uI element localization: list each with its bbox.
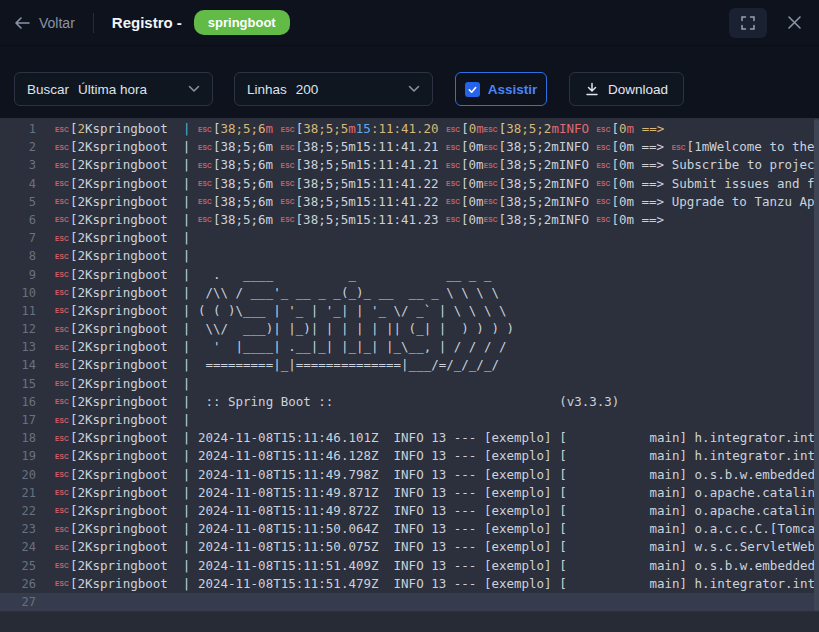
log-line-text: ESC[2Kspringboot | 2024-11-08T15:11:46.1… bbox=[55, 429, 819, 447]
log-line: 19ESC[2Kspringboot | 2024-11-08T15:11:46… bbox=[0, 447, 819, 465]
escape-char-glyph: ESC bbox=[281, 162, 296, 169]
check-icon bbox=[467, 84, 478, 95]
log-line: 16ESC[2Kspringboot | :: Spring Boot :: (… bbox=[0, 393, 819, 411]
escape-char-glyph: ESC bbox=[281, 198, 296, 205]
escape-char-glyph: ESC bbox=[55, 544, 70, 551]
escape-char-glyph: ESC bbox=[198, 162, 213, 169]
log-line-text: ESC[2Kspringboot | bbox=[55, 411, 819, 429]
line-number: 1 bbox=[0, 120, 36, 138]
download-button[interactable]: Download bbox=[569, 72, 684, 106]
log-line: 23ESC[2Kspringboot | 2024-11-08T15:11:50… bbox=[0, 520, 819, 538]
log-line: 20ESC[2Kspringboot | 2024-11-08T15:11:49… bbox=[0, 466, 819, 484]
escape-char-glyph: ESC bbox=[55, 417, 70, 424]
line-number: 3 bbox=[0, 156, 36, 174]
log-line: 26ESC[2Kspringboot | 2024-11-08T15:11:51… bbox=[0, 575, 819, 593]
escape-char-glyph: ESC bbox=[55, 198, 70, 205]
log-line-text: ESC[2Kspringboot | ESC[38;5;6m ESC[38;5;… bbox=[55, 156, 819, 174]
line-number: 7 bbox=[0, 229, 36, 247]
close-icon bbox=[787, 15, 802, 30]
chevron-down-icon bbox=[188, 85, 200, 93]
watch-checkbox[interactable] bbox=[465, 82, 480, 97]
line-number: 20 bbox=[0, 466, 36, 484]
line-number: 16 bbox=[0, 393, 36, 411]
log-line: 11ESC[2Kspringboot | ( ( )\___ | '_ | '_… bbox=[0, 302, 819, 320]
log-line-text: ESC[2Kspringboot | 2024-11-08T15:11:49.7… bbox=[55, 466, 819, 484]
escape-char-glyph: ESC bbox=[672, 144, 687, 151]
fullscreen-button[interactable] bbox=[729, 8, 767, 38]
line-number: 19 bbox=[0, 447, 36, 465]
escape-char-glyph: ESC bbox=[596, 162, 611, 169]
log-line: 2ESC[2Kspringboot | ESC[38;5;6m ESC[38;5… bbox=[0, 138, 819, 156]
vertical-scrollbar[interactable] bbox=[814, 119, 819, 611]
line-number: 6 bbox=[0, 211, 36, 229]
escape-char-glyph: ESC bbox=[446, 198, 461, 205]
line-number: 26 bbox=[0, 575, 36, 593]
escape-char-glyph: ESC bbox=[446, 216, 461, 223]
header: Voltar Registro - springboot bbox=[0, 0, 819, 46]
escape-char-glyph: ESC bbox=[55, 398, 70, 405]
close-button[interactable] bbox=[783, 12, 805, 34]
escape-char-glyph: ESC bbox=[55, 435, 70, 442]
log-line-text: ESC[2Kspringboot | /\\ / ___'_ __ _ _(_)… bbox=[55, 284, 819, 302]
watch-button[interactable]: Assistir bbox=[455, 72, 547, 106]
search-value: Última hora bbox=[78, 82, 188, 97]
escape-char-glyph: ESC bbox=[484, 144, 499, 151]
log-line: 1ESC[2Kspringboot | ESC[38;5;6m ESC[38;5… bbox=[0, 120, 819, 138]
escape-char-glyph: ESC bbox=[198, 180, 213, 187]
escape-char-glyph: ESC bbox=[446, 144, 461, 151]
log-line: 14ESC[2Kspringboot | =========|_|=======… bbox=[0, 356, 819, 374]
watch-label: Assistir bbox=[488, 82, 538, 97]
log-line: 27 bbox=[0, 593, 819, 611]
log-viewer[interactable]: 1ESC[2Kspringboot | ESC[38;5;6m ESC[38;5… bbox=[0, 118, 819, 612]
line-number: 14 bbox=[0, 356, 36, 374]
log-line: 4ESC[2Kspringboot | ESC[38;5;6m ESC[38;5… bbox=[0, 175, 819, 193]
escape-char-glyph: ESC bbox=[484, 162, 499, 169]
log-line: 8ESC[2Kspringboot | bbox=[0, 247, 819, 265]
chevron-down-icon bbox=[408, 85, 420, 93]
escape-char-glyph: ESC bbox=[198, 126, 213, 133]
log-line: 22ESC[2Kspringboot | 2024-11-08T15:11:49… bbox=[0, 502, 819, 520]
log-line: 18ESC[2Kspringboot | 2024-11-08T15:11:46… bbox=[0, 429, 819, 447]
lines-select[interactable]: Linhas 200 bbox=[234, 72, 433, 106]
log-line: 15ESC[2Kspringboot | bbox=[0, 375, 819, 393]
log-line-text: ESC[2Kspringboot | \\/ ___)| |_)| | | | … bbox=[55, 320, 819, 338]
log-line: 3ESC[2Kspringboot | ESC[38;5;6m ESC[38;5… bbox=[0, 156, 819, 174]
line-number: 21 bbox=[0, 484, 36, 502]
escape-char-glyph: ESC bbox=[55, 344, 70, 351]
escape-char-glyph: ESC bbox=[198, 198, 213, 205]
escape-char-glyph: ESC bbox=[484, 126, 499, 133]
log-line-text: ESC[2Kspringboot | 2024-11-08T15:11:49.8… bbox=[55, 484, 819, 502]
horizontal-scrollbar-track[interactable] bbox=[0, 612, 819, 632]
escape-char-glyph: ESC bbox=[484, 180, 499, 187]
back-label: Voltar bbox=[39, 15, 75, 31]
escape-char-glyph: ESC bbox=[596, 144, 611, 151]
escape-char-glyph: ESC bbox=[55, 289, 70, 296]
page-title: Registro - bbox=[112, 14, 182, 31]
log-line: 21ESC[2Kspringboot | 2024-11-08T15:11:49… bbox=[0, 484, 819, 502]
escape-char-glyph: ESC bbox=[281, 144, 296, 151]
escape-char-glyph: ESC bbox=[55, 471, 70, 478]
log-line-text: ESC[2Kspringboot | 2024-11-08T15:11:49.8… bbox=[55, 502, 819, 520]
log-line-text: ESC[2Kspringboot | bbox=[55, 375, 819, 393]
line-number: 27 bbox=[0, 593, 36, 611]
log-line-text: ESC[2Kspringboot | =========|_|=========… bbox=[55, 356, 819, 374]
search-range-select[interactable]: Buscar Última hora bbox=[14, 72, 213, 106]
escape-char-glyph: ESC bbox=[55, 562, 70, 569]
escape-char-glyph: ESC bbox=[446, 126, 461, 133]
back-button[interactable]: Voltar bbox=[14, 15, 75, 31]
escape-char-glyph: ESC bbox=[55, 489, 70, 496]
escape-char-glyph: ESC bbox=[281, 180, 296, 187]
escape-char-glyph: ESC bbox=[446, 180, 461, 187]
line-number: 13 bbox=[0, 338, 36, 356]
escape-char-glyph: ESC bbox=[55, 526, 70, 533]
line-number: 2 bbox=[0, 138, 36, 156]
line-number: 18 bbox=[0, 429, 36, 447]
escape-char-glyph: ESC bbox=[55, 307, 70, 314]
escape-char-glyph: ESC bbox=[198, 216, 213, 223]
log-line: 6ESC[2Kspringboot | ESC[38;5;6m ESC[38;5… bbox=[0, 211, 819, 229]
log-line-text: ESC[2Kspringboot | 2024-11-08T15:11:46.1… bbox=[55, 447, 819, 465]
escape-char-glyph: ESC bbox=[55, 180, 70, 187]
escape-char-glyph: ESC bbox=[281, 216, 296, 223]
escape-char-glyph: ESC bbox=[597, 126, 612, 133]
line-number: 15 bbox=[0, 375, 36, 393]
